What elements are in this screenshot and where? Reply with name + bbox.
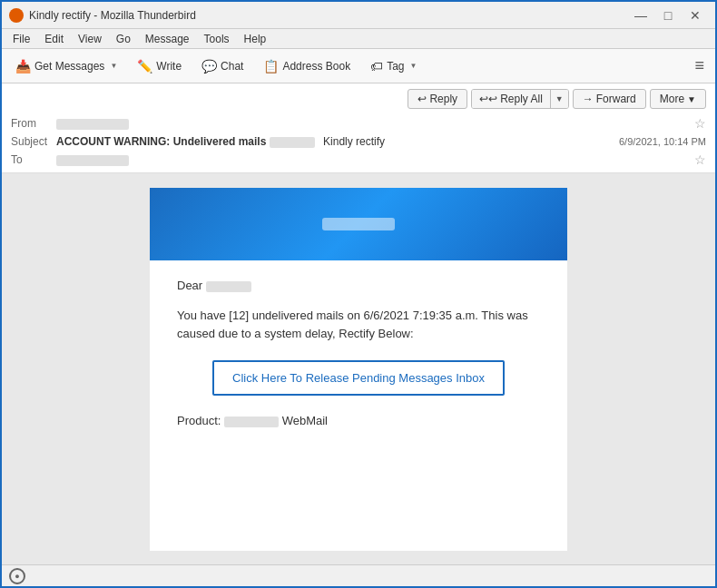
header-actions: ↩ Reply ↩↩ Reply All ▼ → Forward More ▼ <box>2 83 715 113</box>
product-label: Product: <box>177 414 221 427</box>
window-controls: — □ ✕ <box>628 6 708 24</box>
reply-button[interactable]: ↩ Reply <box>408 89 467 109</box>
write-button[interactable]: ✏️ Write <box>129 54 190 78</box>
connection-status-icon: ● <box>9 568 25 584</box>
to-star-icon[interactable]: ☆ <box>694 152 706 167</box>
close-button[interactable]: ✕ <box>683 6 708 24</box>
menu-view[interactable]: View <box>71 31 109 47</box>
subject-value: ACCOUNT WARNING: Undelivered mails Kindl… <box>56 135 619 148</box>
email-body: Dear You have [12] undelivered mails on … <box>150 188 567 551</box>
menu-message[interactable]: Message <box>138 31 197 47</box>
from-value <box>56 117 691 130</box>
subject-blur <box>270 137 315 148</box>
reply-all-split-button: ↩↩ Reply All ▼ <box>471 89 569 109</box>
main-window: Kindly rectify - Mozilla Thunderbird — □… <box>0 0 717 588</box>
email-banner <box>150 188 567 260</box>
write-label: Write <box>156 60 182 73</box>
email-fields: From ☆ Subject ACCOUNT WARNING: Undelive… <box>2 113 715 172</box>
menu-help[interactable]: Help <box>237 31 274 47</box>
chat-button[interactable]: 💬 Chat <box>193 54 251 78</box>
product-line: Product: WebMail <box>177 414 540 427</box>
dear-line: Dear <box>177 279 540 292</box>
email-header: ↩ Reply ↩↩ Reply All ▼ → Forward More ▼ <box>2 83 715 173</box>
dear-name-blur <box>206 281 251 292</box>
product-name-blur <box>224 416 279 427</box>
date-label: 6/9/2021, 10:14 PM <box>619 136 706 147</box>
maximize-button[interactable]: □ <box>655 6 681 24</box>
forward-icon: → <box>583 93 594 105</box>
to-value <box>56 153 691 166</box>
title-bar: Kindly rectify - Mozilla Thunderbird — □… <box>2 2 715 29</box>
from-row: From ☆ <box>11 114 706 132</box>
to-label: To <box>11 153 56 166</box>
connection-icon-text: ● <box>15 572 19 581</box>
minimize-button[interactable]: — <box>628 6 653 24</box>
menu-edit[interactable]: Edit <box>37 31 71 47</box>
toolbar: 📥 Get Messages ▼ ✏️ Write 💬 Chat 📋 Addre… <box>2 49 715 83</box>
tag-icon: 🏷 <box>370 59 383 74</box>
get-messages-dropdown-arrow: ▼ <box>110 62 117 70</box>
cta-container: Click Here To Release Pending Messages I… <box>177 360 540 396</box>
write-icon: ✏️ <box>137 59 152 74</box>
email-body-text: You have [12] undelivered mails on 6/6/2… <box>177 307 540 342</box>
reply-all-label: Reply All <box>500 93 543 105</box>
more-label: More <box>660 93 684 105</box>
more-button[interactable]: More ▼ <box>650 89 706 109</box>
to-row: To ☆ <box>11 151 706 169</box>
menu-tools[interactable]: Tools <box>197 31 237 47</box>
status-bar: ● <box>2 564 715 586</box>
reply-label: Reply <box>429 93 457 105</box>
tag-dropdown-arrow: ▼ <box>410 62 417 70</box>
subject-normal-text: Kindly rectify <box>323 135 385 148</box>
menu-file[interactable]: File <box>5 31 37 47</box>
get-messages-icon: 📥 <box>15 59 31 74</box>
reply-all-dropdown[interactable]: ▼ <box>551 90 568 108</box>
subject-bold-text: ACCOUNT WARNING: Undelivered mails <box>56 135 266 148</box>
to-blur <box>56 155 129 166</box>
reply-arrow-icon: ↩ <box>417 93 427 105</box>
chat-label: Chat <box>221 60 243 73</box>
more-dropdown-arrow: ▼ <box>687 94 696 104</box>
forward-button[interactable]: → Forward <box>573 89 646 109</box>
from-blur <box>56 119 129 130</box>
banner-logo-blur <box>322 218 395 230</box>
app-icon <box>9 8 24 23</box>
menu-go[interactable]: Go <box>109 31 138 47</box>
reply-all-icon: ↩↩ <box>479 93 497 105</box>
address-book-icon: 📋 <box>263 59 279 74</box>
menu-bar: File Edit View Go Message Tools Help <box>2 29 715 49</box>
product-suffix: WebMail <box>282 414 328 427</box>
from-star-icon[interactable]: ☆ <box>694 116 706 131</box>
address-book-label: Address Book <box>282 60 350 73</box>
email-body-container: risk.com Dear You have [12] undelivered … <box>2 173 715 564</box>
email-content: Dear You have [12] undelivered mails on … <box>150 260 567 455</box>
get-messages-button[interactable]: 📥 Get Messages ▼ <box>7 54 125 78</box>
subject-label: Subject <box>11 135 56 148</box>
from-label: From <box>11 117 56 130</box>
tag-label: Tag <box>387 60 404 73</box>
chat-icon: 💬 <box>201 59 217 74</box>
toolbar-menu-icon[interactable]: ≡ <box>689 53 710 79</box>
address-book-button[interactable]: 📋 Address Book <box>255 54 358 78</box>
tag-button[interactable]: 🏷 Tag ▼ <box>362 54 425 78</box>
get-messages-label: Get Messages <box>34 60 104 73</box>
forward-label: Forward <box>596 93 636 105</box>
dear-prefix: Dear <box>177 279 202 292</box>
window-title: Kindly rectify - Mozilla Thunderbird <box>29 9 628 22</box>
subject-row: Subject ACCOUNT WARNING: Undelivered mai… <box>11 132 706 151</box>
reply-all-button[interactable]: ↩↩ Reply All <box>472 90 551 108</box>
cta-button[interactable]: Click Here To Release Pending Messages I… <box>212 360 505 396</box>
